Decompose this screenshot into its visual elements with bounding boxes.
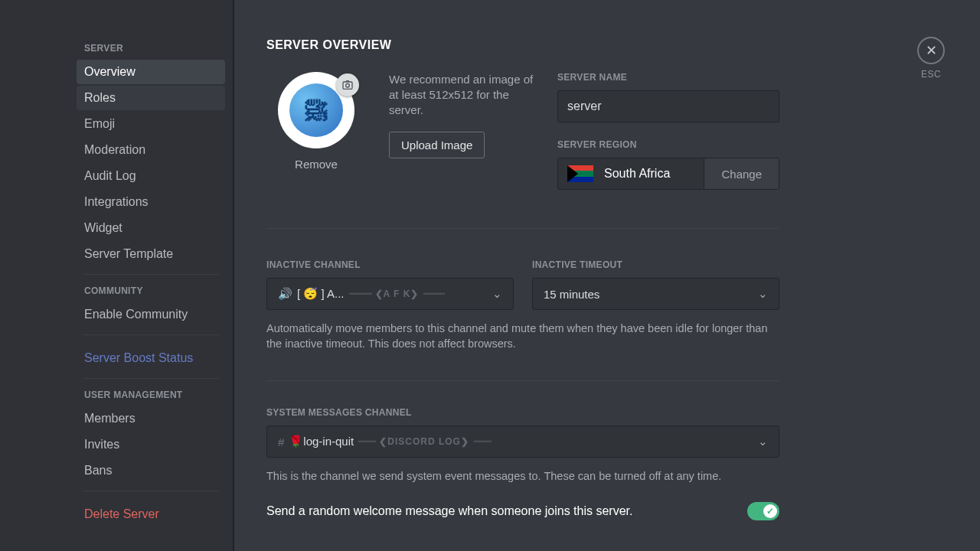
sidebar-section-community: COMMUNITY bbox=[84, 285, 225, 296]
sidebar-divider bbox=[83, 334, 219, 335]
esc-label: ESC bbox=[917, 69, 945, 80]
sidebar-item-audit-log[interactable]: Audit Log bbox=[77, 164, 225, 188]
sidebar-item-label: Widget bbox=[84, 221, 122, 234]
flag-icon bbox=[567, 165, 593, 182]
sidebar-item-label: Invites bbox=[84, 438, 119, 451]
sidebar-item-invites[interactable]: Invites bbox=[77, 432, 225, 457]
sidebar-item-enable-community[interactable]: Enable Community bbox=[77, 302, 225, 327]
hash-icon: # bbox=[278, 435, 284, 448]
sidebar-item-server-template[interactable]: Server Template bbox=[77, 242, 225, 266]
inactive-helper-text: Automatically move members to this chann… bbox=[266, 321, 779, 351]
system-channel-text: 🌹log-in-quit bbox=[289, 435, 354, 448]
check-icon: ✓ bbox=[763, 504, 777, 518]
upload-image-button[interactable]: Upload Image bbox=[389, 132, 485, 158]
sidebar-item-label: Delete Server bbox=[84, 507, 159, 520]
sidebar-item-emoji[interactable]: Emoji bbox=[77, 112, 225, 136]
system-helper-text: This is the channel we send system event… bbox=[266, 468, 779, 484]
sidebar-divider bbox=[83, 274, 219, 275]
sidebar-item-label: Roles bbox=[84, 91, 116, 104]
sidebar-item-label: Emoji bbox=[84, 117, 115, 130]
sidebar-item-label: Moderation bbox=[84, 143, 145, 156]
server-region-value: South Africa bbox=[558, 158, 704, 189]
server-region-text: South Africa bbox=[604, 167, 670, 181]
sidebar-item-members[interactable]: Members bbox=[77, 406, 225, 431]
sidebar-section-user-management: USER MANAGEMENT bbox=[84, 390, 225, 400]
inactive-channel-label: INACTIVE CHANNEL bbox=[266, 259, 514, 270]
page-title: SERVER OVERVIEW bbox=[266, 38, 779, 52]
sidebar-item-label: Audit Log bbox=[84, 169, 136, 182]
system-channel-label: SYSTEM MESSAGES CHANNEL bbox=[266, 407, 779, 418]
sidebar-item-moderation[interactable]: Moderation bbox=[77, 138, 225, 162]
sidebar-item-roles[interactable]: Roles bbox=[77, 86, 225, 110]
chevron-down-icon: ⌄ bbox=[758, 435, 768, 448]
settings-sidebar: SERVER Overview Roles Emoji Moderation A… bbox=[0, 0, 234, 551]
server-avatar-image: ﷺ bbox=[289, 83, 343, 137]
svg-rect-0 bbox=[343, 82, 352, 89]
server-avatar[interactable]: ﷺ bbox=[278, 72, 354, 148]
sidebar-item-label: Server Boost Status bbox=[84, 351, 193, 364]
upload-icon[interactable] bbox=[336, 73, 359, 96]
sidebar-item-boost-status[interactable]: Server Boost Status bbox=[77, 346, 225, 370]
system-channel-select[interactable]: # 🌹log-in-quit ━━━ ❮DISCORD LOG❯ ━━━ ⌄ bbox=[266, 425, 779, 458]
server-name-label: SERVER NAME bbox=[557, 72, 779, 83]
close-button[interactable]: ✕ bbox=[917, 37, 945, 64]
sidebar-item-label: Server Template bbox=[84, 247, 173, 260]
section-divider bbox=[266, 228, 779, 229]
sidebar-item-overview[interactable]: Overview bbox=[77, 60, 225, 84]
server-name-input[interactable] bbox=[557, 90, 779, 122]
svg-point-1 bbox=[346, 83, 350, 87]
chevron-down-icon: ⌄ bbox=[492, 287, 502, 301]
welcome-toggle[interactable]: ✓ bbox=[747, 502, 779, 520]
recommend-text: We recommend an image of at least 512x51… bbox=[389, 72, 534, 118]
sidebar-divider bbox=[83, 491, 219, 491]
section-divider bbox=[266, 380, 779, 381]
inactive-timeout-select[interactable]: 15 minutes ⌄ bbox=[532, 278, 779, 310]
chevron-down-icon: ⌄ bbox=[758, 287, 768, 301]
sidebar-divider bbox=[83, 378, 219, 379]
inactive-channel-text: [ 😴 ] A... bbox=[297, 287, 345, 301]
inactive-channel-select[interactable]: 🔊 [ 😴 ] A... ━━━━ ❮A F K❯ ━━━━ ⌄ bbox=[266, 278, 514, 310]
sidebar-item-label: Overview bbox=[84, 65, 136, 78]
sidebar-item-bans[interactable]: Bans bbox=[77, 458, 225, 483]
volume-icon: 🔊 bbox=[278, 287, 292, 301]
sidebar-item-label: Integrations bbox=[84, 195, 149, 208]
sidebar-item-delete-server[interactable]: Delete Server bbox=[77, 502, 225, 527]
sidebar-item-widget[interactable]: Widget bbox=[77, 216, 225, 240]
sidebar-section-server: SERVER bbox=[84, 43, 225, 54]
sidebar-item-label: Members bbox=[84, 412, 136, 425]
sidebar-item-integrations[interactable]: Integrations bbox=[77, 190, 225, 214]
change-region-button[interactable]: Change bbox=[704, 158, 779, 189]
settings-main: ✕ ESC SERVER OVERVIEW ﷺ bbox=[234, 0, 980, 551]
inactive-timeout-value: 15 minutes bbox=[544, 288, 599, 301]
sidebar-item-label: Enable Community bbox=[84, 308, 188, 321]
remove-avatar-link[interactable]: Remove bbox=[266, 158, 366, 171]
close-icon: ✕ bbox=[926, 42, 937, 59]
inactive-timeout-label: INACTIVE TIMEOUT bbox=[532, 259, 779, 270]
server-region-label: SERVER REGION bbox=[557, 139, 779, 150]
sidebar-item-label: Bans bbox=[84, 464, 112, 477]
welcome-toggle-label: Send a random welcome message when someo… bbox=[266, 504, 632, 518]
